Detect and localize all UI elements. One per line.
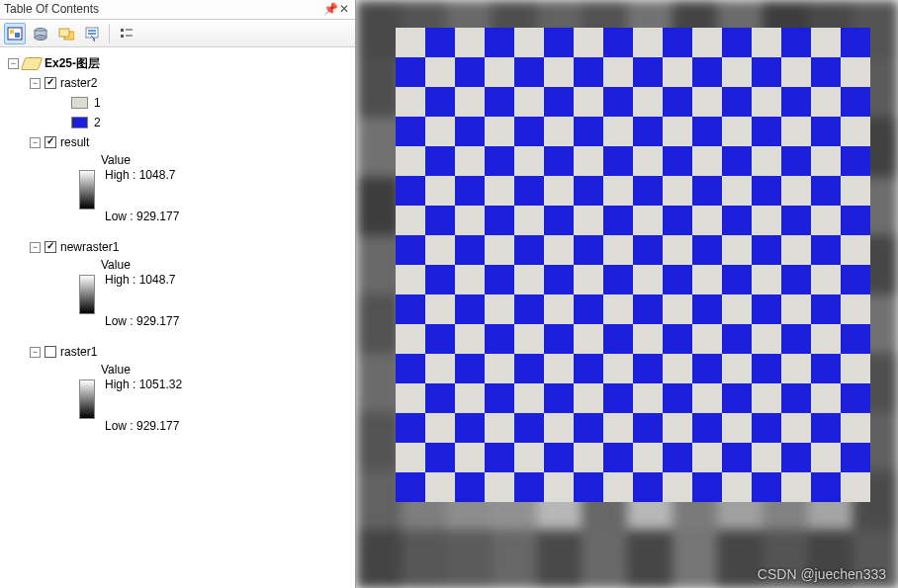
stretch-high: High : 1048.7 (105, 168, 179, 182)
list-by-drawing-order-button[interactable] (4, 23, 26, 44)
layer-name[interactable]: raster2 (60, 76, 97, 90)
toc-title: Table Of Contents (4, 0, 99, 19)
svg-rect-9 (121, 29, 124, 32)
svg-rect-11 (121, 35, 124, 38)
expand-toggle[interactable]: − (30, 347, 41, 358)
map-view[interactable]: CSDN @juechen333 (356, 0, 898, 588)
options-button[interactable] (116, 23, 137, 44)
expand-toggle[interactable]: − (30, 78, 41, 89)
pin-icon[interactable]: 📌 (323, 0, 337, 19)
svg-rect-1 (10, 30, 14, 34)
stretch-ramp (79, 275, 95, 314)
stretch-low: Low : 929.177 (105, 314, 179, 328)
list-by-selection-button[interactable] (81, 23, 103, 44)
stretch-high: High : 1051.32 (105, 378, 182, 391)
class-swatch (71, 97, 88, 109)
close-icon[interactable]: ✕ (337, 0, 351, 19)
svg-rect-10 (126, 29, 133, 31)
stretch-ramp (79, 170, 95, 210)
layer-checkbox[interactable] (45, 346, 56, 358)
toc-panel-header: Table Of Contents 📌 ✕ (0, 0, 355, 20)
stretch-low: Low : 929.177 (105, 419, 182, 433)
value-heading: Value (101, 258, 131, 272)
expand-toggle[interactable]: − (30, 137, 41, 148)
expand-toggle[interactable]: − (8, 58, 19, 69)
layer-name[interactable]: raster1 (60, 345, 97, 359)
map-raster-checker (396, 28, 870, 502)
toc-toolbar (0, 20, 355, 47)
svg-point-5 (35, 35, 46, 40)
svg-rect-2 (15, 33, 20, 38)
layer-name[interactable]: newraster1 (60, 240, 119, 254)
dataframe-name[interactable]: Ex25-图层 (45, 55, 100, 72)
layer-checkbox[interactable] (45, 77, 56, 89)
watermark: CSDN @juechen333 (758, 566, 886, 582)
list-by-visibility-button[interactable] (55, 23, 77, 44)
value-heading: Value (101, 363, 131, 377)
value-heading: Value (101, 153, 131, 167)
class-label: 1 (94, 96, 101, 110)
class-label: 2 (94, 116, 101, 129)
dataframe-icon (23, 56, 41, 70)
svg-rect-7 (59, 29, 69, 37)
toolbar-divider (109, 24, 110, 43)
class-swatch (71, 117, 88, 128)
stretch-low: Low : 929.177 (105, 210, 179, 223)
stretch-ramp (79, 379, 95, 419)
toc-tree: −Ex25-图层−raster212−resultValueHigh : 104… (0, 47, 355, 588)
toc-panel: Table Of Contents 📌 ✕ −Ex25-图层−raster2 (0, 0, 356, 588)
list-by-source-button[interactable] (30, 23, 51, 44)
stretch-high: High : 1048.7 (105, 273, 179, 287)
layer-name[interactable]: result (60, 135, 89, 149)
expand-toggle[interactable]: − (30, 242, 41, 253)
layer-checkbox[interactable] (45, 241, 56, 253)
layer-checkbox[interactable] (45, 136, 56, 148)
svg-rect-12 (126, 35, 133, 37)
app-root: Table Of Contents 📌 ✕ −Ex25-图层−raster2 (0, 0, 898, 588)
